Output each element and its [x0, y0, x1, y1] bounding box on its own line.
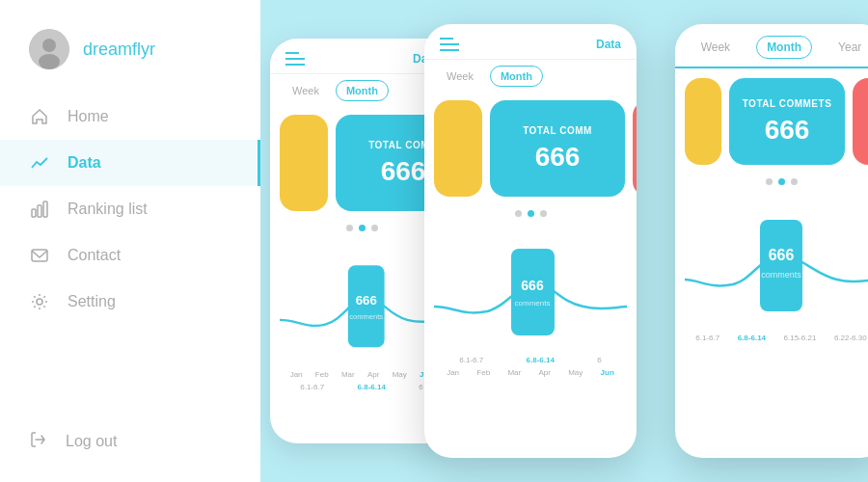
front-bar-label-3: 6 — [597, 356, 601, 364]
svg-text:comments: comments — [761, 270, 801, 280]
bar-label-2: 6.8-6.14 — [358, 383, 386, 391]
dot-1 — [346, 225, 353, 231]
phone-front: Data Week Month TOTAL COMM 666 — [424, 24, 637, 458]
right-tab-month[interactable]: Month — [756, 36, 812, 59]
front-card-yellow — [434, 100, 482, 197]
svg-text:comments: comments — [515, 299, 551, 308]
front-dot-1 — [515, 210, 522, 217]
phone-front-topbar: Data — [424, 24, 637, 60]
sidebar-item-ranking[interactable]: Ranking list — [0, 186, 260, 232]
sidebar-item-contact[interactable]: Contact — [0, 232, 260, 279]
right-card-red — [853, 78, 868, 165]
contact-icon — [29, 245, 50, 266]
app-container: dreamflyr Home Data — [0, 0, 868, 482]
month-may: May — [393, 370, 407, 379]
right-card-title: TOTAL COMMETS — [743, 98, 832, 109]
front-month-jan: Jan — [447, 368, 459, 377]
sidebar-item-home[interactable]: Home — [0, 94, 260, 140]
svg-rect-3 — [32, 209, 36, 217]
setting-icon — [29, 291, 50, 312]
logout-label: Log out — [66, 433, 117, 450]
front-chart-area: 666 comments 6.1-6.7 6.8-6.14 6 Jan Feb … — [424, 225, 637, 388]
front-month-mar: Mar — [507, 368, 521, 377]
sidebar-item-setting[interactable]: Setting — [0, 279, 260, 325]
front-dots-row — [424, 206, 637, 225]
right-tab-year[interactable]: Year — [827, 36, 868, 59]
card-yellow — [280, 115, 328, 211]
right-card-value: 666 — [765, 115, 810, 146]
front-month-feb: Feb — [476, 368, 490, 377]
logout-icon — [29, 430, 48, 453]
month-feb: Feb — [315, 370, 329, 379]
svg-text:666: 666 — [521, 278, 544, 293]
right-card-yellow — [685, 78, 721, 165]
front-bar-labels: 6.1-6.7 6.8-6.14 6 — [434, 354, 627, 366]
front-cards-row: TOTAL COMM 666 — [424, 91, 637, 206]
menu-icon-front[interactable] — [440, 38, 459, 51]
right-dot-3 — [791, 178, 798, 185]
front-months-row: Jan Feb Mar Apr May Jun — [434, 366, 627, 379]
front-card-value: 666 — [535, 142, 581, 173]
sidebar-item-data[interactable]: Data — [0, 140, 260, 186]
svg-text:comments: comments — [349, 312, 383, 321]
bar-label-1: 6.1-6.7 — [300, 383, 324, 391]
month-jan: Jan — [290, 370, 303, 379]
right-dots-row — [675, 174, 868, 193]
data-label-front: Data — [596, 38, 621, 51]
svg-rect-6 — [32, 250, 47, 261]
month-mar: Mar — [341, 370, 355, 379]
sidebar-item-ranking-label: Ranking list — [68, 201, 148, 218]
front-bar-label-2: 6.8-6.14 — [527, 356, 555, 364]
right-cards-row: TOTAL COMMETS 666 — [675, 68, 868, 174]
ranking-icon — [29, 199, 50, 220]
right-label-4: 6.22-6.30 — [834, 334, 867, 342]
sidebar-logout[interactable]: Log out — [0, 420, 260, 463]
right-tab-row: Week Month Year — [675, 24, 868, 68]
right-tab-week[interactable]: Week — [691, 36, 741, 59]
front-month-apr: Apr — [538, 368, 550, 377]
front-tab-month[interactable]: Month — [490, 66, 543, 87]
bar-label-3: 6 — [419, 383, 422, 391]
username: dreamflyr — [83, 40, 155, 60]
sidebar-item-data-label: Data — [68, 154, 101, 172]
right-bar-labels: 6.1-6.7 6.8-6.14 6.15-6.21 6.22-6.30 — [683, 332, 868, 344]
right-label-1: 6.1-6.7 — [695, 334, 719, 342]
front-month-may: May — [568, 368, 583, 377]
home-icon — [29, 106, 50, 127]
front-card-title: TOTAL COMM — [523, 125, 592, 136]
sidebar: dreamflyr Home Data — [0, 0, 260, 482]
data-icon — [29, 152, 50, 174]
sidebar-header: dreamflyr — [0, 19, 260, 94]
right-label-2: 6.8-6.14 — [738, 334, 766, 342]
right-chart-area: 666 comments 6.1-6.7 6.8-6.14 6.15-6.21 … — [675, 193, 868, 376]
svg-point-2 — [39, 54, 60, 69]
svg-rect-5 — [43, 201, 47, 217]
tab-week[interactable]: Week — [282, 80, 330, 101]
avatar — [29, 29, 69, 69]
svg-text:666: 666 — [356, 293, 377, 308]
front-tab-week[interactable]: Week — [436, 66, 484, 87]
menu-icon[interactable] — [285, 52, 305, 66]
bar-labels: 6.1-6.7 6.8-6.14 6 — [280, 381, 444, 393]
svg-text:666: 666 — [769, 247, 795, 263]
tab-month[interactable]: Month — [336, 80, 389, 101]
svg-rect-14 — [760, 220, 802, 311]
dot-3 — [371, 225, 378, 231]
svg-rect-4 — [38, 205, 41, 217]
front-month-jun: Jun — [601, 368, 614, 377]
svg-point-7 — [37, 299, 42, 305]
phones-area: Data Week Month TOTAL COMM 666 — [260, 0, 868, 482]
dot-2 — [359, 225, 366, 231]
right-dot-1 — [766, 178, 773, 185]
right-label-3: 6.15-6.21 — [784, 334, 817, 342]
month-apr: Apr — [367, 370, 379, 379]
right-dot-2 — [778, 178, 785, 185]
front-card-red — [633, 100, 637, 197]
card-value: 666 — [381, 156, 426, 187]
front-tab-row: Week Month — [424, 60, 637, 91]
sidebar-item-contact-label: Contact — [68, 247, 121, 264]
svg-point-1 — [42, 39, 56, 52]
front-dot-3 — [540, 210, 547, 217]
phone-right: Week Month Year TOTAL COMMETS 666 — [675, 24, 868, 458]
right-card-cyan: TOTAL COMMETS 666 — [729, 78, 845, 165]
